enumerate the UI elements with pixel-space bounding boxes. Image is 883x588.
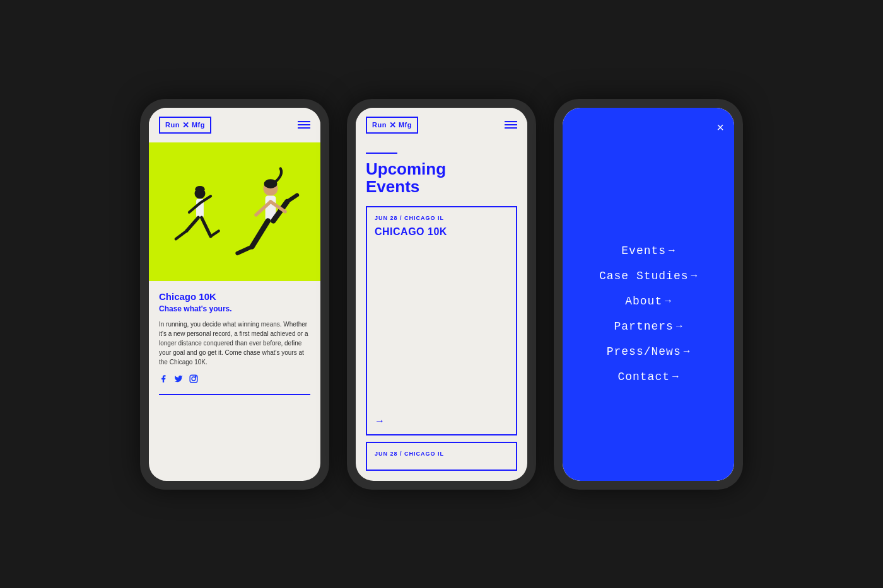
- svg-line-11: [252, 221, 268, 246]
- article-body: Chicago 10K Chase what's yours. In runni…: [149, 281, 320, 481]
- phone-1: Run ✕ Mfg: [140, 99, 329, 490]
- social-icons: [159, 374, 310, 385]
- logo-x-icon: ✕: [182, 120, 189, 130]
- svg-point-19: [192, 377, 196, 381]
- article-title: Chicago 10K: [159, 291, 310, 302]
- hero-image: [149, 142, 320, 281]
- phone-3-screen: × Events→Case Studies→About→Partners→Pre…: [563, 108, 734, 481]
- logo-run-text: Run: [165, 121, 180, 129]
- phone-3: × Events→Case Studies→About→Partners→Pre…: [554, 99, 743, 490]
- menu-item-label: Partners: [614, 320, 673, 333]
- menu-item-label: About: [625, 295, 662, 308]
- menu-item-events[interactable]: Events→: [621, 245, 675, 257]
- phone-2-screen: Run ✕ Mfg Upcoming Events JUN 28 / CHICA…: [356, 108, 527, 481]
- logo-1[interactable]: Run ✕ Mfg: [159, 117, 211, 134]
- svg-line-5: [176, 231, 187, 239]
- menu-item-partners[interactable]: Partners→: [614, 320, 682, 333]
- phone-2: Run ✕ Mfg Upcoming Events JUN 28 / CHICA…: [347, 99, 536, 490]
- instagram-icon[interactable]: [189, 374, 198, 385]
- menu-overlay: × Events→Case Studies→About→Partners→Pre…: [563, 108, 734, 481]
- event-card-1[interactable]: JUN 28 / CHICAGO IL CHICAGO 10K →: [366, 206, 517, 435]
- svg-point-17: [264, 179, 278, 188]
- logo-mfg-text-2: Mfg: [399, 121, 412, 129]
- logo-mfg-text: Mfg: [192, 121, 205, 129]
- menu-item-label: Events: [621, 245, 666, 257]
- svg-point-8: [195, 186, 204, 192]
- phone-1-screen: Run ✕ Mfg: [149, 108, 320, 481]
- hamburger-line: [505, 127, 517, 129]
- svg-line-4: [187, 217, 199, 231]
- menu-arrow-icon: →: [676, 321, 683, 332]
- hamburger-line: [298, 124, 310, 125]
- phone-1-header: Run ✕ Mfg: [149, 108, 320, 142]
- menu-arrow-icon: →: [684, 346, 691, 357]
- event-1-arrow[interactable]: →: [375, 415, 508, 427]
- event-1-name: CHICAGO 10K: [375, 226, 508, 238]
- menu-arrow-icon: →: [691, 270, 698, 282]
- svg-line-6: [202, 217, 211, 236]
- article-divider: [159, 394, 310, 395]
- hamburger-menu-2[interactable]: [505, 121, 517, 129]
- menu-arrow-icon: →: [672, 371, 679, 383]
- svg-point-20: [196, 376, 196, 377]
- hamburger-menu-1[interactable]: [298, 121, 310, 129]
- menu-items-list: Events→Case Studies→About→Partners→Press…: [573, 160, 724, 468]
- event-card-2[interactable]: JUN 28 / CHICAGO IL: [366, 442, 517, 471]
- menu-close-button[interactable]: ×: [573, 120, 724, 135]
- logo-2[interactable]: Run ✕ Mfg: [366, 117, 418, 134]
- twitter-icon[interactable]: [174, 374, 183, 385]
- logo-x-icon-2: ✕: [389, 120, 396, 130]
- svg-line-12: [238, 246, 252, 253]
- hamburger-line: [298, 127, 310, 129]
- events-accent-line: [366, 153, 397, 154]
- hamburger-line: [505, 121, 517, 122]
- menu-item-label: Press/News: [607, 345, 681, 358]
- menu-item-label: Case Studies: [599, 270, 689, 282]
- menu-item-press-news[interactable]: Press/News→: [607, 345, 691, 358]
- close-icon: ×: [716, 120, 724, 134]
- hamburger-line: [505, 124, 517, 125]
- runners-illustration: [149, 142, 320, 281]
- event-1-date: JUN 28 / CHICAGO IL: [375, 215, 508, 221]
- menu-item-contact[interactable]: Contact→: [617, 371, 679, 383]
- events-page-title: Upcoming Events: [366, 160, 517, 196]
- menu-arrow-icon: →: [669, 245, 675, 257]
- events-body: Upcoming Events JUN 28 / CHICAGO IL CHIC…: [356, 142, 527, 481]
- menu-item-label: Contact: [617, 371, 670, 383]
- svg-line-14: [287, 195, 297, 202]
- menu-item-case-studies[interactable]: Case Studies→: [599, 270, 698, 282]
- logo-run-text-2: Run: [372, 121, 387, 129]
- hamburger-line: [298, 121, 310, 122]
- phone-2-header: Run ✕ Mfg: [356, 108, 527, 142]
- event-2-date: JUN 28 / CHICAGO IL: [375, 451, 508, 457]
- article-text: In running, you decide what winning mean…: [159, 320, 310, 367]
- svg-line-7: [211, 231, 219, 236]
- facebook-icon[interactable]: [159, 374, 168, 385]
- menu-item-about[interactable]: About→: [625, 295, 672, 308]
- article-subtitle: Chase what's yours.: [159, 304, 310, 313]
- menu-arrow-icon: →: [665, 296, 672, 307]
